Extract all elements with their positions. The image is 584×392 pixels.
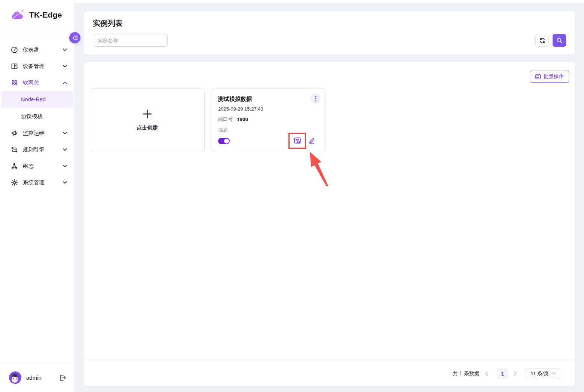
chevron-down-icon: [552, 372, 556, 375]
search-icon: [556, 37, 563, 44]
sidebar-item-devices[interactable]: 设备管理: [0, 58, 74, 74]
page-header-card: 实例列表: [84, 11, 575, 55]
sidebar-collapse-button[interactable]: [69, 32, 80, 43]
sidebar-item-label: 规则引擎: [23, 146, 58, 153]
port-label: 端口号: [218, 116, 233, 123]
refresh-icon: [539, 37, 545, 44]
sidebar-item-system[interactable]: 系统管理: [0, 174, 74, 191]
username-label: admin: [26, 374, 54, 381]
instance-created-at: 2025-09-29 15:27:43: [218, 106, 319, 112]
sidebar-subitem-label: Node-Red: [21, 96, 46, 102]
header-buttons: [535, 34, 566, 47]
toggle-knob: [224, 139, 229, 143]
page-size-value: 11 条/页: [531, 370, 549, 377]
user-panel: admin: [0, 363, 74, 392]
kebab-menu-icon: [315, 96, 317, 102]
batch-operation-label: 批量操作: [544, 73, 564, 80]
app-title: TK-Edge: [29, 10, 62, 19]
sidebar: TK-Edge 仪表盘 设备管理: [0, 0, 75, 392]
sidebar-item-label: 设备管理: [23, 63, 58, 70]
instance-port-row: 端口号 1900: [218, 116, 319, 123]
instance-card: 测试模拟数据 2025-09-29 15:27:43 端口号 1900 描述: [211, 88, 326, 152]
sidebar-subitem-node-red[interactable]: Node-Red: [1, 91, 73, 108]
edit-button[interactable]: [308, 136, 317, 145]
sidebar-item-label: 系统管理: [23, 179, 58, 186]
instance-cards: 点击创建 测试模拟数据 2025-09-29 15:27:43 端口号 1900…: [84, 83, 575, 152]
sidebar-item-label: 仪表盘: [23, 46, 58, 53]
create-card-label: 点击创建: [137, 124, 158, 131]
sidebar-subitem-label: 协议模板: [21, 113, 43, 120]
megaphone-icon: [11, 130, 18, 137]
page-number-button[interactable]: 1: [497, 368, 508, 379]
create-instance-card[interactable]: 点击创建: [90, 88, 205, 152]
panel-spacer: [84, 152, 575, 361]
batch-operation-button[interactable]: 批量操作: [530, 71, 569, 83]
description-label: 描述: [218, 127, 319, 133]
main-content: 实例列表: [75, 0, 584, 392]
gear-icon: [11, 179, 18, 186]
plus-icon: [143, 109, 152, 119]
avatar[interactable]: [9, 371, 21, 384]
file-search-icon: [293, 137, 302, 145]
sidebar-item-dashboard[interactable]: 仪表盘: [0, 41, 74, 58]
flow-icon: [11, 146, 18, 153]
sidebar-item-label: 监控运维: [23, 130, 58, 137]
cloud-logo-icon: [11, 9, 25, 21]
pencil-icon: [308, 137, 316, 145]
panel-toolbar: 批量操作: [84, 62, 575, 83]
page-title: 实例列表: [93, 18, 566, 28]
app-logo: TK-Edge: [0, 0, 74, 30]
atom-icon: [11, 79, 18, 86]
gauge-icon: [11, 46, 18, 53]
instance-actions: [293, 136, 319, 145]
prev-page-icon[interactable]: [485, 371, 491, 376]
nodes-icon: [11, 163, 18, 170]
device-icon: [11, 63, 18, 70]
chevron-down-icon: [63, 132, 67, 135]
instance-card-footer: [218, 136, 319, 145]
instance-list-panel: 批量操作 点击创建 测试模拟数据: [84, 62, 575, 386]
chevron-up-icon: [63, 81, 67, 84]
instance-enable-toggle[interactable]: [218, 138, 230, 144]
chevron-down-icon: [63, 181, 67, 184]
sidebar-item-configuration[interactable]: 组态: [0, 158, 74, 174]
sidebar-item-label: 组态: [23, 163, 58, 170]
refresh-button[interactable]: [535, 34, 549, 47]
card-menu-button[interactable]: [311, 93, 321, 104]
sidebar-nav: 仪表盘 设备管理 软网关: [0, 30, 74, 363]
chevron-down-icon: [63, 165, 67, 167]
chevron-down-icon: [63, 49, 67, 51]
view-logs-button[interactable]: [293, 136, 302, 145]
logout-icon[interactable]: [59, 374, 66, 382]
search-button[interactable]: [553, 34, 566, 47]
instance-name-input[interactable]: [93, 34, 168, 47]
chevron-down-icon: [63, 148, 67, 151]
page-size-select[interactable]: 11 条/页: [526, 368, 560, 379]
sidebar-item-label: 软网关: [23, 79, 58, 86]
sidebar-item-rules-engine[interactable]: 规则引擎: [0, 141, 74, 158]
port-value: 1900: [237, 117, 248, 122]
pagination-total: 共 1 条数据: [453, 370, 480, 377]
sidebar-item-monitoring[interactable]: 监控运维: [0, 125, 74, 141]
instance-title: 测试模拟数据: [218, 96, 319, 103]
next-page-icon[interactable]: [514, 371, 520, 376]
sidebar-subitem-protocol-template[interactable]: 协议模板: [1, 108, 73, 124]
chevron-down-icon: [63, 65, 67, 68]
batch-list-icon: [535, 74, 541, 80]
search-controls: [93, 34, 566, 47]
sidebar-item-soft-gateway[interactable]: 软网关: [0, 74, 74, 91]
pagination-bar: 共 1 条数据 1 11 条/页: [84, 361, 575, 386]
